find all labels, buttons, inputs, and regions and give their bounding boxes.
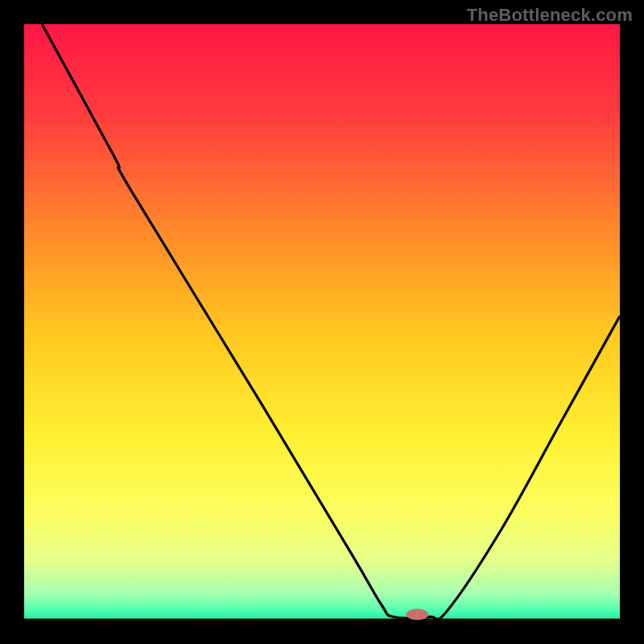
plot-background (24, 24, 620, 620)
bottleneck-chart: TheBottleneck.com (0, 0, 644, 644)
chart-canvas (0, 0, 644, 644)
watermark-label: TheBottleneck.com (467, 5, 633, 26)
optimal-marker (406, 609, 428, 620)
